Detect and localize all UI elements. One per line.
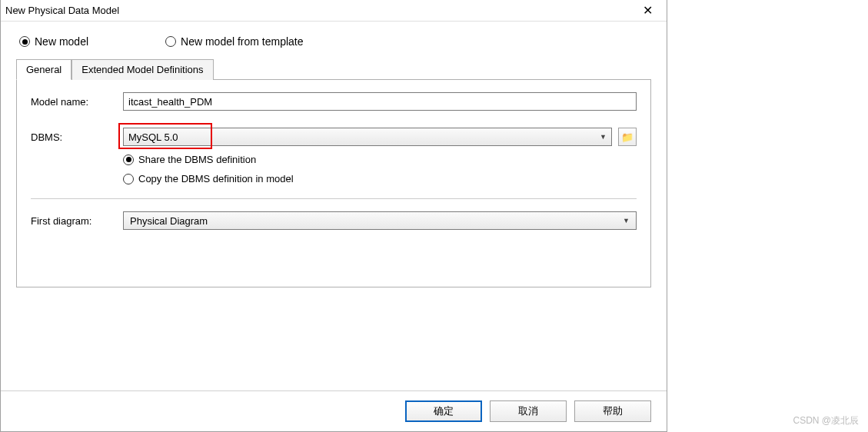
radio-new-model-label: New model xyxy=(35,35,88,48)
chevron-down-icon: ▼ xyxy=(600,133,607,141)
chevron-down-icon: ▼ xyxy=(623,217,630,224)
tab-panel-general: Model name: DBMS: MySQL 5.0 ▼ 📁 xyxy=(16,80,651,287)
radio-icon xyxy=(165,36,176,47)
watermark-text: CSDN @凌北辰 xyxy=(793,414,859,427)
radio-icon xyxy=(123,155,134,165)
browse-dbms-button[interactable]: 📁 xyxy=(618,128,637,146)
radio-new-from-template-label: New model from template xyxy=(181,35,304,48)
dbms-row: DBMS: MySQL 5.0 ▼ 📁 xyxy=(31,128,637,146)
first-diagram-select[interactable]: Physical Diagram ▼ xyxy=(123,211,637,230)
button-bar-divider xyxy=(1,390,667,391)
tab-bar: General Extended Model Definitions xyxy=(16,58,651,80)
section-divider xyxy=(31,198,637,199)
dialog-button-bar: 确定 取消 帮助 xyxy=(405,400,651,422)
cancel-button[interactable]: 取消 xyxy=(490,400,567,422)
radio-icon xyxy=(123,174,134,184)
close-icon[interactable]: ✕ xyxy=(637,2,659,19)
first-diagram-row: First diagram: Physical Diagram ▼ xyxy=(31,211,637,230)
radio-share-dbms-label: Share the DBMS definition xyxy=(138,154,256,165)
dialog-window: New Physical Data Model ✕ New model New … xyxy=(0,0,667,432)
dbms-select-value: MySQL 5.0 xyxy=(128,131,178,143)
model-name-label: Model name: xyxy=(31,96,123,108)
radio-copy-dbms-label: Copy the DBMS definition in model xyxy=(138,173,294,184)
window-title: New Physical Data Model xyxy=(5,5,119,16)
radio-share-dbms[interactable]: Share the DBMS definition xyxy=(123,154,637,165)
titlebar: New Physical Data Model ✕ xyxy=(1,0,667,22)
model-name-input[interactable] xyxy=(123,92,637,111)
ok-button[interactable]: 确定 xyxy=(405,400,482,422)
help-button[interactable]: 帮助 xyxy=(574,400,651,422)
model-type-radio-group: New model New model from template xyxy=(19,35,651,48)
dialog-content: New model New model from template Genera… xyxy=(1,22,667,295)
radio-icon xyxy=(19,36,30,47)
first-diagram-value: Physical Diagram xyxy=(130,215,208,227)
model-name-row: Model name: xyxy=(31,92,637,111)
dbms-select[interactable]: MySQL 5.0 ▼ xyxy=(123,128,612,146)
folder-icon: 📁 xyxy=(621,131,634,143)
tab-extended-model-definitions[interactable]: Extended Model Definitions xyxy=(72,59,213,80)
dbms-section: DBMS: MySQL 5.0 ▼ 📁 Share the DBMS defin… xyxy=(31,128,637,184)
radio-copy-dbms[interactable]: Copy the DBMS definition in model xyxy=(123,173,637,184)
dbms-label: DBMS: xyxy=(31,131,123,143)
tab-general[interactable]: General xyxy=(16,59,72,80)
first-diagram-label: First diagram: xyxy=(31,215,94,227)
radio-new-model[interactable]: New model xyxy=(19,35,88,48)
radio-new-from-template[interactable]: New model from template xyxy=(165,35,304,48)
